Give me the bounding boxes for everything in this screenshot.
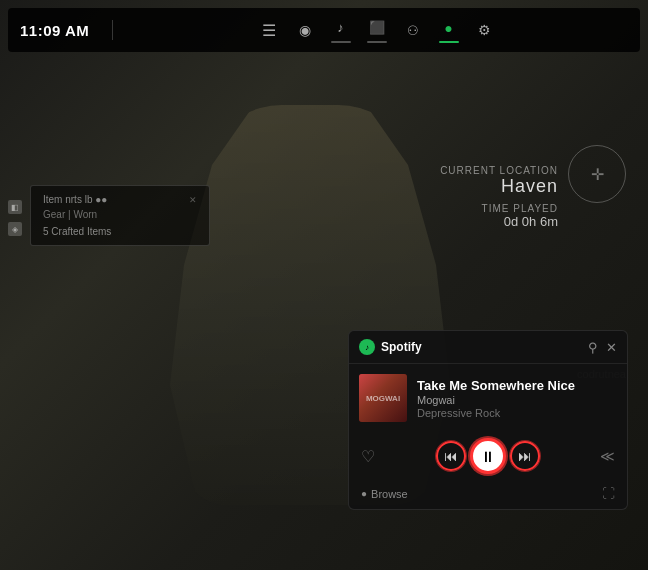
previous-button[interactable]: ⏮ xyxy=(436,441,466,471)
taskbar-settings-icon[interactable]: ⚙ xyxy=(475,20,495,40)
hud-icon-2[interactable]: ◈ xyxy=(8,222,22,236)
time-display: 11:09 AM xyxy=(20,22,100,39)
map-underline xyxy=(367,41,387,43)
volume-button[interactable]: ≪ xyxy=(600,448,615,464)
taskbar-spotify-icon[interactable]: ● xyxy=(439,18,459,43)
gear-panel-count: 5 Crafted Items xyxy=(43,226,197,237)
right-hud-panel: Current Location Haven Time Played 0d 0h… xyxy=(440,165,558,229)
gear-panel: Item nrts lb ●● ✕ Gear | Worn 5 Crafted … xyxy=(30,185,210,246)
play-pause-button[interactable]: ⏸ xyxy=(470,438,506,474)
menu-icon: ☰ xyxy=(259,20,279,40)
spotify-app-name: Spotify xyxy=(381,340,422,354)
compass-ring: ✛ xyxy=(568,145,626,203)
spotify-genre: Depressive Rock xyxy=(417,407,617,419)
spotify-header-left: ♪ Spotify xyxy=(359,339,422,355)
album-art-text: MOGWAI xyxy=(366,394,400,403)
location-label: Current Location xyxy=(440,165,558,176)
browse-button[interactable]: ● Browse xyxy=(361,488,408,500)
spotify-controls: ♡ ⏮ ⏸ ⏭ ≪ xyxy=(349,432,627,482)
time-played-label: Time Played xyxy=(440,203,558,214)
hud-icon-1[interactable]: ◧ xyxy=(8,200,22,214)
taskbar-social-icon[interactable]: ⚇ xyxy=(403,20,423,40)
compass-circle: ✛ xyxy=(568,145,626,203)
gear-panel-close[interactable]: ✕ xyxy=(189,195,197,205)
spotify-header-right: ⚲ ✕ xyxy=(588,341,617,354)
taskbar: 11:09 AM ☰ ◉ ♪ ⬛ ⚇ ● ⚙ xyxy=(8,8,640,52)
close-button[interactable]: ✕ xyxy=(606,341,617,354)
compass-icon: ✛ xyxy=(591,165,604,184)
spotify-active-bar xyxy=(439,41,459,43)
spotify-track-name: Take Me Somewhere Nice xyxy=(417,378,617,393)
spotify-browse-bar: ● Browse ⛶ xyxy=(349,482,627,509)
taskbar-icons: ☰ ◉ ♪ ⬛ ⚇ ● ⚙ xyxy=(125,18,628,43)
spotify-widget: ♪ Spotify ⚲ ✕ MOGWAI Take Me Somewhere N… xyxy=(348,330,628,510)
volume-underline xyxy=(331,41,351,43)
location-value: Haven xyxy=(440,176,558,197)
gear-panel-subtitle: Gear | Worn xyxy=(43,209,197,220)
taskbar-menu-icon[interactable]: ☰ xyxy=(259,20,279,40)
screen-icon[interactable]: ⛶ xyxy=(602,486,615,501)
playback-controls: ⏮ ⏸ ⏭ xyxy=(436,438,540,474)
next-button[interactable]: ⏭ xyxy=(510,441,540,471)
taskbar-volume-icon[interactable]: ♪ xyxy=(331,18,351,43)
spotify-track-area: MOGWAI Take Me Somewhere Nice Mogwai Dep… xyxy=(349,364,627,432)
browse-label: Browse xyxy=(371,488,408,500)
like-button[interactable]: ♡ xyxy=(361,447,375,466)
browse-icon: ● xyxy=(361,488,367,499)
spotify-album-art: MOGWAI xyxy=(359,374,407,422)
taskbar-character-icon[interactable]: ◉ xyxy=(295,20,315,40)
spotify-logo-icon: ♪ xyxy=(359,339,375,355)
taskbar-map-icon[interactable]: ⬛ xyxy=(367,18,387,43)
gear-panel-header: Item nrts lb ●● ✕ xyxy=(43,194,197,205)
hud-vertical-icons: ◧ ◈ xyxy=(8,200,22,236)
spotify-header: ♪ Spotify ⚲ ✕ xyxy=(349,331,627,364)
spotify-track-info: Take Me Somewhere Nice Mogwai Depressive… xyxy=(417,378,617,419)
taskbar-divider xyxy=(112,20,113,40)
time-played-value: 0d 0h 6m xyxy=(440,214,558,229)
spotify-artist: Mogwai xyxy=(417,394,617,406)
gear-panel-header-label: Item nrts lb ●● xyxy=(43,194,107,205)
pin-button[interactable]: ⚲ xyxy=(588,341,598,354)
